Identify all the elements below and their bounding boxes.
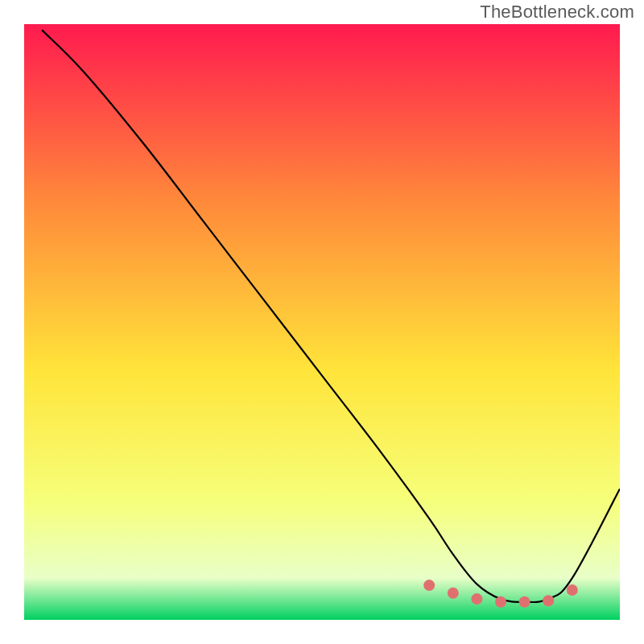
floor-marker xyxy=(543,595,554,606)
chart-svg xyxy=(24,24,620,620)
floor-marker xyxy=(448,588,459,599)
plot-area xyxy=(24,24,620,620)
floor-marker xyxy=(423,580,435,591)
chart-canvas: TheBottleneck.com xyxy=(0,0,644,644)
floor-marker xyxy=(471,593,482,605)
watermark-text: TheBottleneck.com xyxy=(480,2,634,23)
gradient-background xyxy=(24,24,620,620)
floor-marker xyxy=(567,584,578,596)
floor-marker xyxy=(495,597,506,608)
floor-marker xyxy=(519,597,530,608)
